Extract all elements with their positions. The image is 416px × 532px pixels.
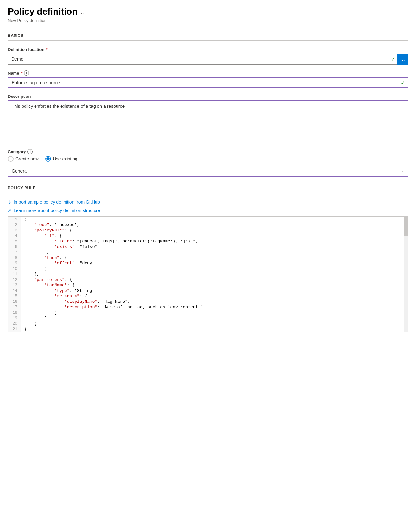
category-label: Category i [8,149,408,154]
radio-use-existing[interactable]: Use existing [45,156,77,162]
line-content-1: { [21,217,408,222]
line-content-14: "type": "String", [21,288,408,293]
radio-use-existing-input[interactable] [45,156,51,162]
code-line-8: 8 "then": { [8,255,408,261]
line-content-8: "then": { [21,255,408,261]
name-info-icon[interactable]: i [24,70,29,76]
code-line-16: 16 "displayName": "Tag Name", [8,299,408,304]
page-subtitle: New Policy definition [8,18,408,23]
line-content-9: "effect": "deny" [21,261,408,266]
line-number-7: 7 [8,250,21,255]
description-textarea[interactable] [8,100,408,142]
import-github-link[interactable]: ⇓ Import sample policy definition from G… [8,200,408,205]
radio-use-existing-label: Use existing [53,156,77,161]
line-number-21: 21 [8,326,21,332]
browse-label: ... [401,56,405,62]
required-star-location: * [46,47,47,52]
radio-create-new[interactable]: Create new [8,156,39,162]
line-content-15: "metadata": { [21,293,408,299]
code-line-1: 1{ [8,217,408,222]
line-number-14: 14 [8,288,21,293]
code-line-3: 3 "policyRule": { [8,228,408,233]
line-number-16: 16 [8,299,21,304]
line-number-12: 12 [8,277,21,282]
code-line-15: 15 "metadata": { [8,293,408,299]
policy-rule-section: POLICY RULE ⇓ Import sample policy defin… [8,186,408,332]
code-line-5: 5 "field": "[concat('tags[', parameters(… [8,239,408,244]
name-label: Name * i [8,70,408,76]
title-ellipsis: ... [81,8,87,15]
line-number-20: 20 [8,321,21,326]
code-line-9: 9 "effect": "deny" [8,261,408,266]
line-number-19: 19 [8,315,21,321]
line-content-11: }, [21,271,408,277]
code-lines: 1{2 "mode": "Indexed",3 "policyRule": {4… [8,217,408,332]
category-select-wrapper: General ⌄ [8,166,408,177]
code-line-19: 19 } [8,315,408,321]
basics-divider [8,40,408,41]
category-info-icon[interactable]: i [27,149,33,154]
line-content-19: } [21,315,408,321]
line-number-5: 5 [8,239,21,244]
line-number-3: 3 [8,228,21,233]
code-line-2: 2 "mode": "Indexed", [8,222,408,228]
code-editor[interactable]: 1{2 "mode": "Indexed",3 "policyRule": {4… [8,216,408,332]
line-content-18: } [21,310,408,315]
code-line-17: 17 "description": "Name of the tag, such… [8,304,408,310]
line-number-18: 18 [8,310,21,315]
line-content-12: "parameters": { [21,277,408,282]
definition-location-input[interactable] [8,54,408,65]
name-wrapper: ✓ [8,77,408,88]
line-content-7: }, [21,250,408,255]
definition-location-field: Definition location * ✓ ... [8,47,408,65]
line-content-10: } [21,266,408,271]
external-link-icon: ↗ [8,208,12,213]
name-input[interactable] [8,77,408,88]
definition-location-browse-button[interactable]: ... [397,54,408,65]
line-content-13: "tagName": { [21,282,408,288]
title-text: Policy definition [8,6,77,17]
line-number-6: 6 [8,244,21,250]
code-line-13: 13 "tagName": { [8,282,408,288]
basics-section-header: BASICS [8,33,408,38]
line-content-17: "description": "Name of the tag, such as… [21,304,408,310]
line-number-2: 2 [8,222,21,228]
definition-location-wrapper: ✓ ... [8,54,408,65]
description-label: Description [8,94,408,99]
code-line-6: 6 "exists": "false" [8,244,408,250]
line-number-1: 1 [8,217,21,222]
scrollbar-thumb-vertical[interactable] [404,217,408,236]
category-select[interactable]: General [8,166,408,177]
required-star-name: * [21,71,22,76]
code-line-7: 7 }, [8,250,408,255]
code-line-11: 11 }, [8,271,408,277]
name-field: Name * i ✓ [8,70,408,88]
line-content-4: "if": { [21,233,408,239]
page-title: Policy definition ... [8,6,408,17]
definition-location-label: Definition location * [8,47,408,52]
policy-rule-section-header: POLICY RULE [8,186,408,190]
code-line-20: 20 } [8,321,408,326]
line-content-20: } [21,321,408,326]
scrollbar-right[interactable] [404,217,408,332]
line-number-11: 11 [8,271,21,277]
line-content-6: "exists": "false" [21,244,408,250]
policy-rule-divider [8,193,408,193]
radio-create-new-label: Create new [15,156,39,161]
line-number-15: 15 [8,293,21,299]
line-content-2: "mode": "Indexed", [21,222,408,228]
code-line-12: 12 "parameters": { [8,277,408,282]
radio-create-new-input[interactable] [8,156,14,162]
line-number-8: 8 [8,255,21,261]
download-icon: ⇓ [8,200,12,205]
category-radio-group: Create new Use existing [8,156,408,162]
category-field: Category i Create new Use existing Gener… [8,149,408,177]
code-line-4: 4 "if": { [8,233,408,239]
line-number-13: 13 [8,282,21,288]
code-line-10: 10 } [8,266,408,271]
line-number-17: 17 [8,304,21,310]
learn-more-link[interactable]: ↗ Learn more about policy definition str… [8,208,408,213]
line-content-21: } [21,326,408,332]
line-content-3: "policyRule": { [21,228,408,233]
line-number-10: 10 [8,266,21,271]
